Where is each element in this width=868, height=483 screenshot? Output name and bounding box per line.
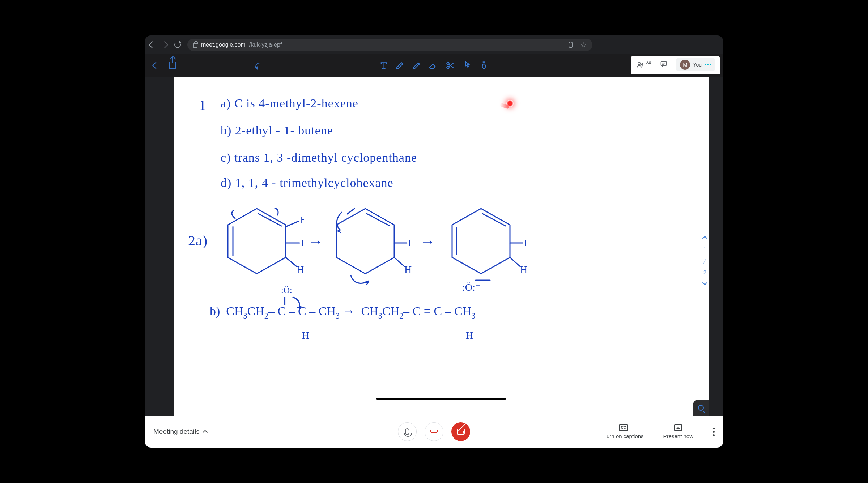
present-icon [674, 424, 682, 431]
lock-icon [193, 43, 197, 48]
reload-icon[interactable] [174, 42, 181, 48]
hangup-icon [430, 430, 438, 433]
svg-text:H: H [404, 264, 412, 275]
reaction-arrow-2: → [420, 232, 436, 251]
captions-button[interactable]: CC Turn on captions [603, 424, 643, 439]
leave-call-button[interactable] [425, 422, 443, 441]
svg-text:H: H [301, 237, 304, 248]
camera-off-button[interactable] [451, 422, 470, 441]
cc-icon: CC [619, 424, 628, 431]
h-below-right: |H [466, 318, 473, 341]
page-current: 1 [703, 246, 706, 252]
scissors-tool-icon[interactable] [445, 61, 455, 70]
svg-point-0 [638, 62, 641, 65]
structure-2: H H [326, 201, 412, 295]
question-number: 1 [199, 97, 207, 114]
participants-button[interactable]: 24 [636, 61, 651, 68]
svg-text:H: H [297, 264, 304, 275]
participant-count: 24 [646, 60, 651, 65]
answer-1d: d) 1, 1, 4 - trimethylcyclohexane [221, 176, 393, 190]
meet-bottom-bar: Meeting details CC Turn on captions Pres… [145, 416, 723, 448]
more-options-button[interactable] [713, 428, 715, 436]
curved-arrow [289, 295, 307, 310]
page-total: 2 [703, 269, 706, 275]
structure-1: H H H [221, 201, 304, 288]
reaction-arrow-1: → [307, 232, 324, 251]
mic-icon [405, 428, 409, 435]
page-down-icon[interactable] [702, 280, 707, 285]
browser-toolbar: meet.google.com/kuk-yzja-epf ☆ [145, 35, 723, 54]
chevron-up-icon [203, 430, 208, 435]
svg-marker-24 [336, 209, 394, 274]
url-path: /kuk-yzja-epf [249, 42, 282, 48]
meeting-details-button[interactable]: Meeting details [153, 428, 207, 436]
audio-indicator-icon [705, 64, 711, 65]
back-chevron-icon[interactable] [152, 62, 159, 69]
svg-text:H: H [524, 237, 528, 248]
svg-line-35 [510, 257, 520, 266]
svg-line-18 [286, 221, 298, 227]
forward-icon[interactable] [161, 41, 168, 48]
svg-line-7 [433, 64, 435, 67]
svg-line-20 [286, 257, 297, 266]
undo-icon[interactable] [255, 63, 263, 68]
svg-text:H: H [300, 214, 304, 225]
meet-header-controls: 24 M You [631, 56, 720, 74]
svg-rect-2 [661, 61, 667, 65]
you-label: You [693, 62, 702, 68]
camera-off-icon [457, 429, 465, 435]
pointer-tool-icon[interactable] [463, 61, 472, 70]
drawing-tools: T [379, 61, 489, 70]
bookmark-star-icon[interactable]: ☆ [580, 40, 587, 49]
voice-search-icon[interactable] [569, 42, 573, 48]
answer-1a: a) C is 4-methyl-2-hexene [221, 97, 358, 110]
laser-tool-icon[interactable] [479, 61, 489, 70]
question-2a-label: 2a) [188, 232, 208, 249]
pencil-tool-icon[interactable] [412, 61, 421, 70]
page-navigator[interactable]: 1 ╱ 2 [703, 237, 707, 285]
svg-text:T: T [381, 61, 387, 70]
svg-text:H: H [520, 264, 527, 275]
answer-1b: b) 2-ethyl - 1- butene [221, 124, 333, 137]
svg-text:H: H [408, 237, 412, 248]
svg-point-1 [641, 63, 642, 65]
svg-marker-15 [228, 209, 286, 274]
answer-2b: b) CH3CH2– C – C – CH3 → CH3CH2– C = C –… [210, 304, 475, 318]
svg-marker-31 [452, 209, 510, 274]
structure-3: H H [441, 201, 528, 292]
zoom-button[interactable] [693, 400, 709, 416]
text-tool-icon[interactable]: T [379, 61, 388, 70]
pen-tool-icon[interactable] [395, 61, 405, 70]
magnifier-icon [698, 405, 704, 411]
url-domain: meet.google.com [201, 42, 246, 48]
svg-line-27 [394, 257, 404, 266]
laser-pointer-dot [506, 100, 514, 107]
back-icon[interactable] [149, 41, 156, 48]
present-now-button[interactable]: Present now [663, 424, 693, 439]
mute-mic-button[interactable] [398, 422, 417, 441]
svg-point-12 [482, 64, 486, 69]
share-icon[interactable] [169, 62, 176, 69]
svg-line-28 [347, 209, 354, 214]
whiteboard-canvas[interactable]: 1 a) C is 4-methyl-2-hexene b) 2-ethyl -… [174, 77, 709, 416]
chat-button[interactable] [660, 60, 668, 69]
oxygen-label-2: :Ö:⁻| [462, 281, 481, 305]
ipad-home-indicator [376, 398, 506, 400]
avatar: M [680, 60, 690, 70]
answer-1c: c) trans 1, 3 -dimethyl cyclopenthane [221, 151, 417, 164]
url-bar[interactable]: meet.google.com/kuk-yzja-epf ☆ [187, 39, 592, 51]
self-tile[interactable]: M You [676, 58, 715, 71]
page-up-icon[interactable] [702, 236, 707, 241]
eraser-tool-icon[interactable] [429, 61, 438, 70]
h-below-left: |H [302, 318, 309, 341]
browser-window: meet.google.com/kuk-yzja-epf ☆ 24 M You [145, 35, 723, 448]
